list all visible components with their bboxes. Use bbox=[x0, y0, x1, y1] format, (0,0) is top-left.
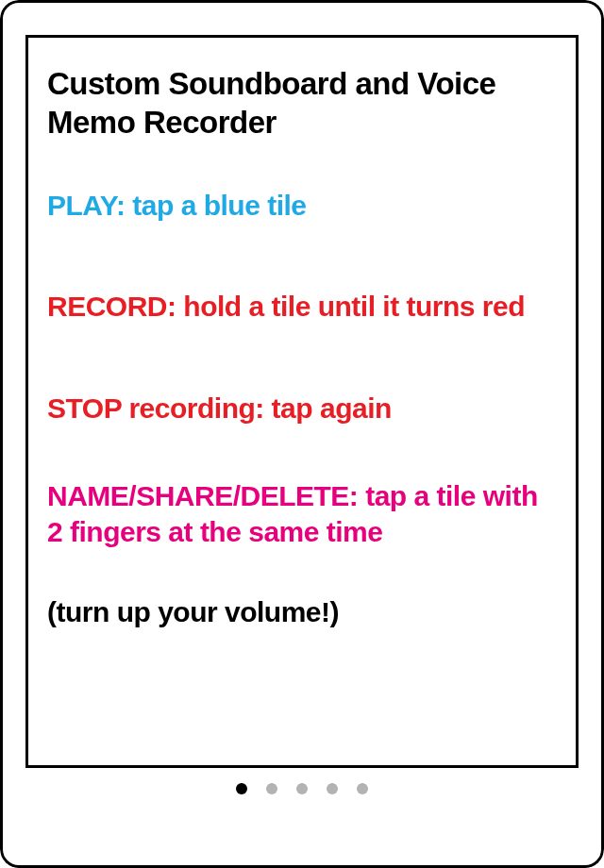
instruction-play: PLAY: tap a blue tile bbox=[47, 188, 557, 224]
instruction-stop: STOP recording: tap again bbox=[47, 391, 557, 426]
page-dot-4[interactable] bbox=[327, 783, 338, 794]
instruction-record: RECORD: hold a tile until it turns red bbox=[47, 289, 557, 325]
page-dot-2[interactable] bbox=[266, 783, 277, 794]
page-dot-5[interactable] bbox=[357, 783, 368, 794]
device-frame: Custom Soundboard and Voice Memo Recorde… bbox=[0, 0, 604, 868]
page-indicator[interactable] bbox=[3, 783, 601, 794]
page-dot-1[interactable] bbox=[236, 783, 247, 794]
card-title: Custom Soundboard and Voice Memo Recorde… bbox=[47, 64, 557, 142]
page-dot-3[interactable] bbox=[296, 783, 308, 794]
instruction-name-share-delete: NAME/SHARE/DELETE: tap a tile with 2 fin… bbox=[47, 478, 557, 549]
onboarding-card[interactable]: Custom Soundboard and Voice Memo Recorde… bbox=[25, 35, 579, 768]
instruction-volume: (turn up your volume!) bbox=[47, 594, 557, 630]
